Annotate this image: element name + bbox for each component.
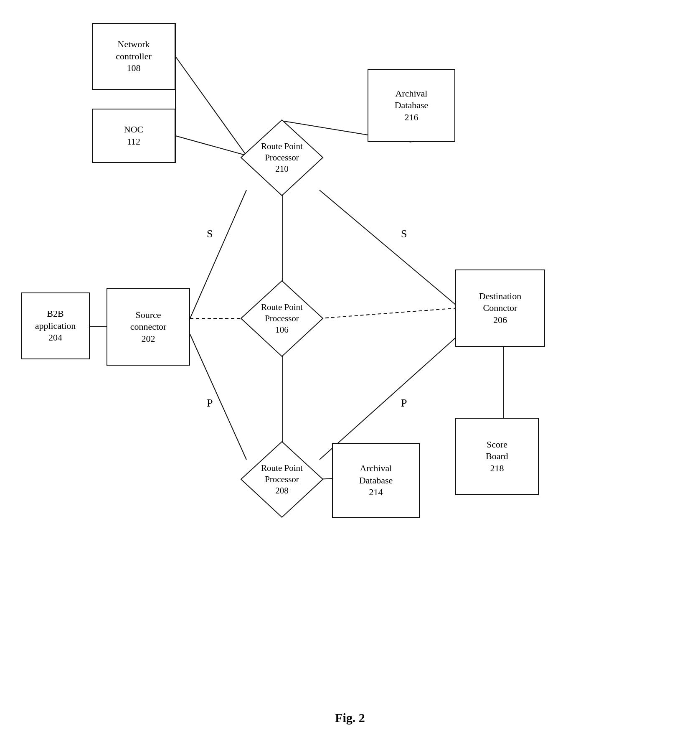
p-left-label: P [207,397,213,409]
route-point-208-container: Route PointProcessor208 [240,441,324,518]
noc-box: NOC 112 [92,109,175,163]
p-right-label: P [401,397,407,409]
noc-label: NOC 112 [124,124,143,147]
source-connector-box: Source connector 202 [107,288,190,366]
source-connector-label: Source connector 202 [130,309,167,345]
destination-connector-box: Destination Connctor 206 [455,269,545,347]
s-right-label: S [401,228,407,240]
b2b-label: B2B application 204 [35,308,76,344]
archival-214-box: Archival Database 214 [332,443,420,518]
svg-line-6 [190,334,246,460]
svg-line-0 [175,56,246,155]
route-point-210-container: Route PointProcessor210 [240,119,324,196]
route-point-208-label: Route PointProcessor208 [240,441,324,518]
route-point-106-container: Route PointProcessor106 [240,280,324,357]
figure-caption: Fig. 2 [335,711,365,725]
score-board-label: Score Board 218 [486,439,508,475]
archival-214-label: Archival Database 214 [359,463,393,498]
svg-line-8 [320,308,459,318]
score-board-box: Score Board 218 [455,418,539,495]
network-controller-label: Network controller 108 [116,38,152,74]
route-point-106-label: Route PointProcessor106 [240,280,324,357]
network-controller-box: Network controller 108 [92,23,175,90]
diagram: Network controller 108 NOC 112 B2B appli… [0,0,700,750]
svg-line-4 [190,190,246,318]
svg-line-9 [320,334,459,460]
b2b-box: B2B application 204 [21,292,90,359]
svg-line-7 [320,190,459,308]
svg-line-1 [175,136,246,155]
archival-216-label: Archival Database 216 [395,88,429,124]
destination-connector-label: Destination Connctor 206 [479,290,521,326]
route-point-210-label: Route PointProcessor210 [240,119,324,196]
s-left-label: S [207,228,213,240]
archival-216-box: Archival Database 216 [368,69,455,142]
